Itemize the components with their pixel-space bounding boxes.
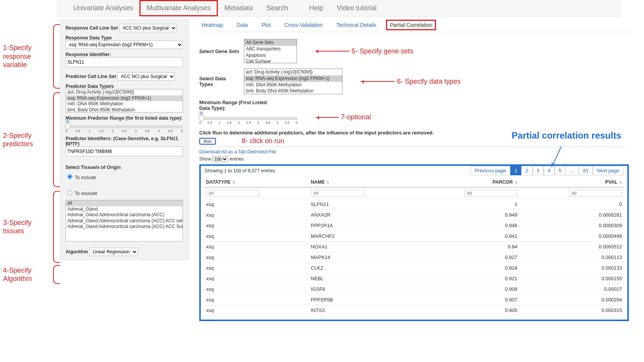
min-pred-range-label: Minimum Predictor Range (for first liste…: [66, 115, 183, 121]
list-item[interactable]: bmt: Body DNA 850K Methylation: [244, 88, 342, 94]
run-button[interactable]: Run: [199, 138, 216, 145]
page-button[interactable]: 3: [533, 166, 544, 175]
list-item[interactable]: All Gene Sets: [244, 39, 297, 46]
pred-cell-line-set-label: Predictor Cell Line Set: [66, 74, 116, 79]
download-link[interactable]: Download All as a Tab-Delimited File: [199, 149, 276, 154]
table-row: xsqPPP2R1A0.9480.0000309: [205, 220, 624, 231]
entries-per-page-select[interactable]: 100: [213, 156, 228, 162]
cell-datatype: xsq: [205, 263, 309, 273]
tab-partial-correlation[interactable]: Partial Correlation: [388, 21, 435, 29]
filter-datatype-input[interactable]: [206, 190, 259, 197]
list-item[interactable]: Adrenal_Gland:Adrenocortical carcinoma (…: [66, 212, 183, 218]
list-item[interactable]: Adrenal_Gland:Adrenocortical carcinoma (…: [66, 224, 183, 230]
min-pred-range-slider[interactable]: 0 00.511.522.533.544.55: [66, 125, 183, 133]
next-page-button[interactable]: Next page: [593, 166, 624, 175]
cell-name: MAPK14: [309, 252, 414, 263]
sort-icon: ⇅: [326, 180, 329, 184]
tissue-exclude-radio[interactable]: To exclude: [66, 189, 183, 196]
page-ellipsis: …: [566, 166, 579, 175]
min-range-label: Minimum Range (First Listed Data Type):: [199, 100, 275, 111]
cell-parcor: 0.927: [414, 252, 519, 263]
list-item[interactable]: ABC transporters: [244, 46, 297, 52]
cell-parcor: 0.905: [414, 305, 519, 316]
nav-metadata[interactable]: Metadata: [217, 0, 259, 16]
col-parcor[interactable]: PARCOR⇅: [414, 177, 519, 187]
cell-name: SLFN11: [309, 199, 414, 210]
filter-parcor-input[interactable]: [464, 190, 517, 197]
prev-page-button[interactable]: Previous page: [470, 166, 510, 175]
resp-cell-line-set-select[interactable]: ACC NCI plus Surgical: [119, 24, 177, 32]
tab-plot[interactable]: Plot: [259, 21, 273, 29]
cell-pval: 0.00027: [519, 284, 624, 295]
list-item[interactable]: bmt: Body DNA 850K Methylation: [66, 107, 183, 112]
list-item[interactable]: xsq: RNA-seq Expression (log2 FPKM+1): [66, 95, 183, 101]
table-row: xsqNOXA10.940.0000512: [205, 242, 624, 252]
algorithm-label: Algorithm: [66, 249, 88, 254]
page-button[interactable]: 81: [579, 166, 592, 175]
table-row: xsqANXA2R0.9490.0000281: [205, 210, 624, 220]
list-item[interactable]: Cell Surface: [244, 58, 297, 63]
list-item[interactable]: Adrenal_Gland:Adrenocortical carcinoma (…: [66, 218, 183, 224]
col-datatype[interactable]: DATATYPE⇅: [205, 177, 309, 187]
pred-identifiers-input[interactable]: [66, 147, 183, 156]
col-name[interactable]: NAME⇅: [309, 177, 414, 187]
list-item[interactable]: all: [66, 200, 183, 206]
sort-icon: ⇅: [514, 180, 517, 184]
nav-univariate[interactable]: Univariate Analyses: [66, 0, 140, 16]
page-button[interactable]: 1: [510, 166, 521, 175]
gene-sets-listbox[interactable]: All Gene Sets ABC transporters Apoptosis…: [244, 39, 297, 63]
resp-identifier-label: Response Identifier:: [66, 52, 183, 57]
pred-data-types-listbox[interactable]: act: Drug Activity (-log10[IC50M]) xsq: …: [66, 89, 183, 112]
cell-name: INTS3: [309, 305, 414, 316]
min-range-slider[interactable]: 0 00.511.522.533.544.55: [199, 112, 298, 125]
cell-datatype: xsq: [205, 231, 309, 242]
resp-identifier-input[interactable]: [66, 57, 183, 67]
show-entries: Show 100 entries: [199, 156, 629, 162]
list-item[interactable]: mth: DNA 850K Methylation: [66, 101, 183, 107]
anno-8: 8- click on run: [242, 137, 284, 145]
sort-icon: ⇅: [232, 180, 235, 184]
tab-technical-details[interactable]: Technical Details: [334, 21, 378, 29]
pred-data-types-label: Predictor Data Type/s: [66, 84, 183, 89]
resp-data-type-select[interactable]: xsq: RNA-seq Expression (log2 FPKM+1): [66, 41, 183, 49]
tissue-listbox[interactable]: all Adrenal_Gland Adrenal_Gland:Adrenoco…: [66, 200, 183, 242]
list-item[interactable]: mth: DNA 850K Methylation: [244, 82, 342, 88]
list-item[interactable]: act: Drug Activity (-log10[IC50M]): [244, 69, 342, 75]
pred-cell-line-set-select[interactable]: ACC NCI plus Surgical: [117, 72, 175, 81]
nav-search[interactable]: Search: [259, 0, 295, 16]
list-item[interactable]: xsq: RNA-seq Expression (log2 FPKM+1): [244, 75, 342, 82]
filter-pval-input[interactable]: [569, 190, 622, 197]
results-table-wrap: Showing 1 to 100 of 8,077 entries Previo…: [199, 164, 629, 321]
result-tabs: Heatmap Data Plot Cross-Validation Techn…: [199, 21, 629, 32]
sort-icon: ⇅: [619, 180, 622, 184]
tab-heatmap[interactable]: Heatmap: [199, 21, 225, 29]
filter-name-input[interactable]: [311, 190, 364, 197]
data-types-listbox[interactable]: act: Drug Activity (-log10[IC50M]) xsq: …: [244, 69, 342, 94]
algorithm-select[interactable]: Linear Regression: [89, 248, 138, 256]
list-item[interactable]: Apoptosis: [244, 52, 297, 59]
list-item[interactable]: act: Drug Activity (-log10[IC50M]): [66, 89, 183, 95]
anno-3: 3-Specify tissues: [3, 218, 52, 236]
cell-datatype: xsq: [205, 220, 309, 231]
nav-multivariate[interactable]: Multivariate Analyses: [140, 0, 217, 16]
tissue-include-radio[interactable]: To include: [66, 173, 183, 180]
cell-name: ANXA2R: [309, 210, 414, 220]
page-button[interactable]: 2: [521, 166, 532, 175]
results-callout: Partial correlation results: [512, 130, 621, 141]
nav-video-tutorial[interactable]: Video tutorial: [330, 0, 383, 16]
anno-5: 5- Specify gene sets: [315, 47, 413, 55]
tab-cross-validation[interactable]: Cross-Validation: [282, 21, 325, 29]
cell-datatype: xsq: [205, 242, 309, 252]
list-item[interactable]: Adrenal_Gland: [66, 206, 183, 212]
anno-1: 1-Specify response variable: [3, 44, 52, 69]
page-button[interactable]: 5: [555, 166, 566, 175]
col-pval[interactable]: PVAL⇅: [519, 177, 624, 187]
cell-datatype: xsq: [205, 295, 309, 305]
cell-parcor: 0.94: [414, 242, 519, 252]
tab-data[interactable]: Data: [234, 21, 250, 29]
cell-parcor: 0.909: [414, 284, 519, 295]
resp-data-type-label: Response Data Type: [66, 35, 183, 41]
cell-name: PPP2R5B: [309, 295, 414, 305]
anno-2: 2-Specify predictors: [3, 131, 52, 148]
nav-help[interactable]: Help: [302, 0, 330, 16]
